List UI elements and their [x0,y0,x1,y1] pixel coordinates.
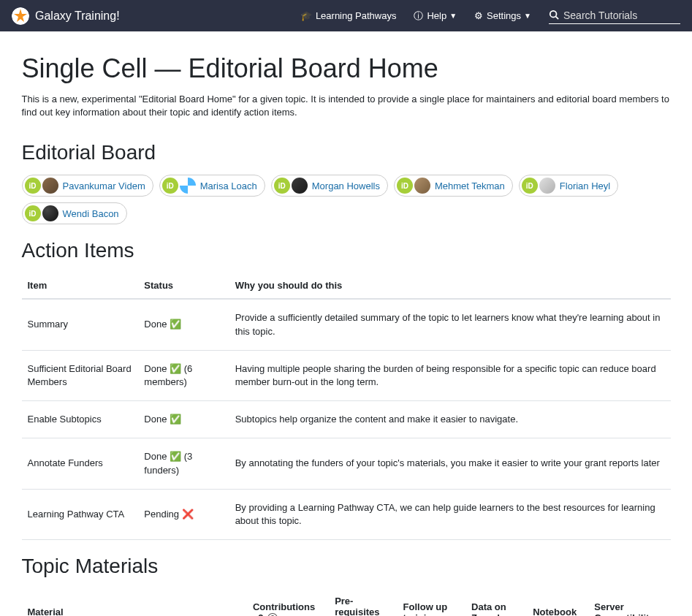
search-icon [549,9,559,22]
nav-label: Learning Pathways [316,10,397,21]
col-notebook: Notebook [527,588,588,616]
nav-help[interactable]: ⓘ Help ▼ [405,9,465,23]
nav-label: Help [427,10,446,21]
svg-point-1 [550,10,557,17]
member-name: Wendi Bacon [63,208,119,219]
orcid-icon: iD [25,205,41,221]
col-followup: Follow up trainings [398,588,465,616]
why-cell: Having multiple people sharing the burde… [229,350,671,400]
col-server: Server Compatibility [588,588,670,616]
topic-materials-table: Material Contributions v2 ? Pre-requisit… [22,588,671,616]
member-pill[interactable]: iDMehmet Tekman [394,175,513,197]
editorial-board-heading: Editorial Board [22,141,671,164]
member-name: Florian Heyl [560,180,610,191]
avatar [539,178,555,194]
chevron-down-icon: ▼ [524,12,531,20]
member-pill[interactable]: iDMorgan Howells [271,175,388,197]
member-name: Marisa Loach [200,180,257,191]
orcid-icon: iD [397,178,413,194]
orcid-icon: iD [522,178,538,194]
action-items-table: Item Status Why you should do this Summa… [22,273,671,540]
gear-icon: ⚙ [474,10,483,21]
member-pill[interactable]: iDWendi Bacon [22,202,127,224]
help-icon[interactable]: ? [267,613,278,616]
col-material: Material [22,588,247,616]
status-cell: Done ✅ (6 members) [138,350,229,400]
col-status: Status [138,273,229,299]
main-content: Single Cell — Editorial Board Home This … [10,31,683,616]
svg-line-2 [556,16,559,19]
galaxy-logo-icon [12,7,29,25]
col-item: Item [22,273,139,299]
avatar [42,205,58,221]
action-items-heading: Action Items [22,239,671,262]
member-name: Pavankumar Videm [63,180,145,191]
col-contributions: Contributions v2 ? [247,588,329,616]
table-row: Learning Pathway CTAPending ❌By providin… [22,489,671,539]
why-cell: Provide a sufficiently detailed summary … [229,299,671,350]
help-circle-icon: ⓘ [414,9,423,23]
check-icon: ✅ [170,319,181,330]
brand-text: Galaxy Training! [35,9,120,23]
check-icon: ✅ [170,451,181,462]
item-cell: Sufficient Editorial Board Members [22,350,139,400]
table-row: Annotate FundersDone ✅ (3 funders)By ann… [22,438,671,489]
topic-materials-heading: Topic Materials [22,555,671,578]
table-row: Sufficient Editorial Board MembersDone ✅… [22,350,671,400]
table-row: Enable SubtopicsDone ✅Subtopics help org… [22,401,671,438]
avatar [180,178,196,194]
check-icon: ✅ [170,414,181,425]
search-input[interactable] [563,9,680,21]
item-cell: Learning Pathway CTA [22,489,139,539]
item-cell: Annotate Funders [22,438,139,489]
item-cell: Enable Subtopics [22,401,139,438]
brand-link[interactable]: Galaxy Training! [12,7,120,25]
nav-label: Settings [487,10,521,21]
board-members-list: iDPavankumar VidemiDMarisa LoachiDMorgan… [22,175,671,224]
page-intro: This is a new, experimental "Editorial B… [22,93,671,119]
why-cell: Subtopics help organize the content and … [229,401,671,438]
why-cell: By providing a Learning Pathway CTA, we … [229,489,671,539]
nav-learning-pathways[interactable]: 🎓 Learning Pathways [292,10,406,21]
table-row: SummaryDone ✅Provide a sufficiently deta… [22,299,671,350]
status-cell: Done ✅ [138,401,229,438]
col-why: Why you should do this [229,273,671,299]
navbar: Galaxy Training! 🎓 Learning Pathways ⓘ H… [0,0,692,31]
search-container [549,8,680,24]
cross-icon: ❌ [182,509,194,520]
check-icon: ✅ [170,363,181,374]
orcid-icon: iD [25,178,41,194]
status-cell: Done ✅ [138,299,229,350]
member-name: Mehmet Tekman [435,180,505,191]
col-prereq: Pre-requisites ? [329,588,397,616]
graduation-cap-icon: 🎓 [300,10,312,21]
avatar [414,178,430,194]
status-cell: Done ✅ (3 funders) [138,438,229,489]
why-cell: By annotating the funders of your topic'… [229,438,671,489]
orcid-icon: iD [162,178,178,194]
nav-settings[interactable]: ⚙ Settings ▼ [465,10,540,21]
member-name: Morgan Howells [312,180,380,191]
status-cell: Pending ❌ [138,489,229,539]
avatar [42,178,58,194]
col-zenodo: Data on Zenodo [465,588,527,616]
member-pill[interactable]: iDFlorian Heyl [519,175,618,197]
member-pill[interactable]: iDMarisa Loach [159,175,265,197]
avatar [292,178,308,194]
page-title: Single Cell — Editorial Board Home [22,53,671,84]
member-pill[interactable]: iDPavankumar Videm [22,175,153,197]
item-cell: Summary [22,299,139,350]
chevron-down-icon: ▼ [449,12,457,20]
orcid-icon: iD [274,178,290,194]
